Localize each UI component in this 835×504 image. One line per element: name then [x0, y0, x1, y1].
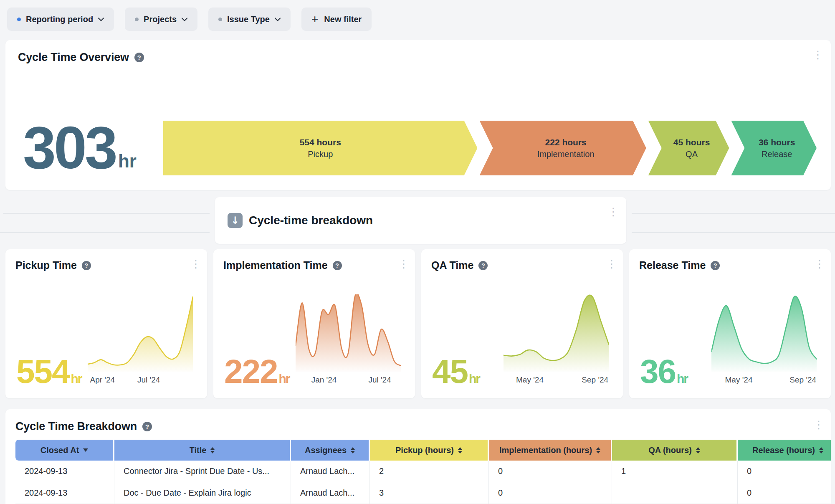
kebab-menu-icon[interactable]: ⋮	[608, 206, 619, 217]
sort-desc-icon	[83, 448, 88, 452]
trend-chart: May '24Sep '24	[711, 294, 817, 372]
filter-dot	[218, 18, 222, 21]
segment-stage: Implementation	[537, 149, 595, 159]
table-cell: Arnaud Lach...	[291, 482, 370, 504]
funnel-segment-qa: 45 hoursQA	[648, 121, 729, 175]
column-header-assignees[interactable]: Assignees	[291, 440, 370, 461]
new-filter-button[interactable]: + New filter	[301, 8, 372, 31]
kebab-menu-icon[interactable]: ⋮	[606, 258, 617, 269]
total-value: 303	[23, 125, 116, 171]
segment-hours: 554 hours	[300, 137, 341, 147]
total-cycle-time: 303 hr	[18, 125, 160, 171]
table-cell	[612, 482, 738, 504]
cycle-funnel-chart: 554 hoursPickup222 hoursImplementation45…	[163, 121, 817, 175]
card-header: QA Time ? ⋮	[431, 259, 613, 271]
table-row: 2024-09-13Connector Jira - Sprint Due Da…	[15, 461, 831, 482]
x-axis-label: May '24	[516, 375, 544, 385]
column-header-closed-at[interactable]: Closed At	[15, 440, 114, 461]
metric-unit: hr	[469, 372, 480, 385]
table-cell: 0	[738, 482, 831, 504]
sort-icon	[819, 447, 823, 453]
kebab-menu-icon[interactable]: ⋮	[813, 419, 824, 430]
kebab-menu-icon[interactable]: ⋮	[812, 49, 823, 60]
x-axis: May '24Sep '24	[711, 375, 817, 387]
filter-label: Reporting period	[26, 15, 93, 24]
filter-button-issue-type[interactable]: Issue Type	[208, 8, 291, 31]
divider-line	[632, 232, 835, 233]
column-header-release-hours[interactable]: Release (hours)	[738, 440, 831, 461]
sort-icon	[596, 447, 600, 453]
x-axis: Apr '24Jul '24	[88, 375, 193, 387]
filter-dot	[17, 18, 21, 21]
table-cell: 0	[738, 461, 831, 482]
filter-button-reporting-period[interactable]: Reporting period	[7, 8, 114, 31]
pickup-time-card: Pickup Time ? ⋮ 554hr Apr '24Jul '24	[5, 249, 207, 398]
overview-title: Cycle Time Overview	[18, 51, 129, 64]
card-title: Release Time	[639, 259, 706, 271]
column-header-title[interactable]: Title	[114, 440, 291, 461]
help-icon[interactable]: ?	[142, 422, 152, 431]
column-header-qa-hours[interactable]: QA (hours)	[612, 440, 738, 461]
x-axis-label: May '24	[725, 375, 753, 385]
metric-value: 222hr	[224, 355, 289, 388]
x-axis-label: Sep '24	[582, 375, 608, 385]
chevron-down-icon	[275, 18, 281, 21]
sort-icon	[458, 447, 462, 453]
sort-icon	[696, 447, 700, 453]
column-header-pickup-hours[interactable]: Pickup (hours)	[370, 440, 489, 461]
table-header-row: Closed AtTitleAssigneesPickup (hours)Imp…	[15, 440, 831, 461]
column-label: QA (hours)	[648, 446, 692, 455]
x-axis: May '24Sep '24	[504, 375, 609, 387]
kebab-menu-icon[interactable]: ⋮	[190, 258, 201, 269]
filter-button-projects[interactable]: Projects	[125, 8, 197, 31]
release-time-card: Release Time ? ⋮ 36hr May '24Sep '24	[629, 249, 831, 398]
metric-cards-row: Pickup Time ? ⋮ 554hr Apr '24Jul '24 Imp…	[5, 249, 831, 398]
card-title: Implementation Time	[223, 259, 328, 271]
help-icon[interactable]: ?	[134, 53, 144, 62]
column-label: Title	[190, 446, 207, 455]
implementation-time-card: Implementation Time ? ⋮ 222hr Jan '24Jul…	[213, 249, 415, 398]
sort-icon	[210, 447, 215, 453]
kebab-menu-icon[interactable]: ⋮	[814, 258, 825, 269]
chevron-down-icon	[98, 18, 104, 21]
funnel-segment-pickup: 554 hoursPickup	[163, 121, 478, 175]
card-header: Implementation Time ? ⋮	[223, 259, 405, 271]
column-header-implementation-hours[interactable]: Implementation (hours)	[489, 440, 612, 461]
breakdown-table-wrapper: Closed AtTitleAssigneesPickup (hours)Imp…	[15, 440, 831, 504]
card-header: Pickup Time ? ⋮	[15, 259, 197, 271]
breakdown-header-title: Cycle-time breakdown	[249, 214, 373, 227]
table-cell: 2024-09-13	[15, 461, 114, 482]
table-cell: 2	[370, 461, 489, 482]
segment-stage: Release	[762, 149, 792, 159]
cycle-time-breakdown-table-card: Cycle Time Breakdown ? ⋮ Closed AtTitleA…	[5, 409, 831, 504]
sparkline-chart	[88, 294, 193, 372]
metric-unit: hr	[278, 372, 289, 385]
filter-label: Projects	[144, 15, 177, 24]
table-cell: Arnaud Lach...	[291, 461, 370, 482]
metric-value: 554hr	[16, 355, 81, 388]
card-header: Release Time ? ⋮	[639, 259, 821, 271]
table-cell: Connector Jira - Sprint Due Date - Us...	[114, 461, 291, 482]
help-icon[interactable]: ?	[478, 261, 488, 270]
overview-card-header: Cycle Time Overview ? ⋮	[18, 51, 818, 64]
help-icon[interactable]: ?	[711, 261, 720, 270]
table-cell: 2024-09-13	[15, 482, 114, 504]
funnel-segment-release: 36 hoursRelease	[731, 121, 817, 175]
help-icon[interactable]: ?	[333, 261, 342, 270]
segment-stage: QA	[686, 149, 698, 159]
chevron-down-icon	[182, 18, 187, 21]
segment-hours: 222 hours	[545, 137, 587, 147]
column-label: Implementation (hours)	[499, 446, 592, 455]
segment-stage: Pickup	[308, 149, 333, 159]
segment-hours: 45 hours	[673, 137, 710, 147]
trend-chart: Apr '24Jul '24	[88, 294, 193, 372]
help-icon[interactable]: ?	[82, 261, 91, 270]
card-title: QA Time	[431, 259, 473, 271]
x-axis-label: Sep '24	[789, 375, 816, 385]
table-cell: Doc - Due Date - Explain Jira logic	[114, 482, 291, 504]
column-label: Release (hours)	[752, 446, 815, 455]
sparkline-chart	[711, 294, 817, 372]
table-row: 2024-09-13Doc - Due Date - Explain Jira …	[15, 482, 831, 504]
table-card-header: Cycle Time Breakdown ? ⋮	[15, 420, 831, 433]
kebab-menu-icon[interactable]: ⋮	[398, 258, 409, 269]
